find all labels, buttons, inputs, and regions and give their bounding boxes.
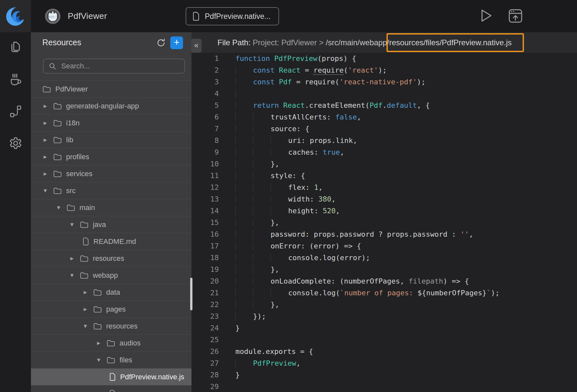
tree-item-resources[interactable]: ▶resources [31, 250, 191, 267]
tree-item-label: PdfPreview.native.js [120, 373, 184, 381]
top-bar: PdfViewer PdfPreview.native... [0, 0, 577, 32]
tree-item-generated-angular-app[interactable]: ▶generated-angular-app [31, 98, 191, 115]
code-line-text: const React = require('react'); [235, 64, 387, 76]
folder-icon [53, 153, 62, 161]
chevron-right-icon[interactable]: ▶ [42, 104, 48, 108]
tree-item-lib[interactable]: ▶lib [31, 132, 191, 148]
tree-item-profiles[interactable]: ▶profiles [31, 148, 191, 165]
line-number: 3 [191, 76, 219, 88]
tree-item-main[interactable]: ▼main [31, 199, 191, 216]
chevron-down-icon[interactable]: ▼ [42, 188, 48, 193]
code-line: 21 console.log(`number of pages: ${numbe… [191, 287, 577, 299]
code-line-text: style: { [235, 170, 305, 182]
tree-item-label: src [66, 187, 76, 195]
tree-item-readme-md[interactable]: README.md [31, 233, 191, 250]
coffee-icon[interactable] [8, 72, 23, 87]
folder-icon [53, 187, 62, 194]
chevron-down-icon[interactable]: ▼ [56, 205, 62, 210]
tree-item-data[interactable]: ▶data [31, 284, 191, 301]
chevron-down-icon[interactable]: ▼ [82, 324, 88, 329]
folder-icon [53, 136, 62, 144]
project-identity: PdfViewer [45, 0, 107, 32]
line-number: 21 [191, 287, 219, 299]
tree-item-label: README.md [93, 237, 136, 246]
search-box[interactable] [43, 59, 185, 74]
chevron-right-icon[interactable]: ▶ [42, 120, 48, 125]
chevron-right-icon[interactable]: ▶ [82, 290, 88, 295]
publish-button[interactable] [508, 9, 523, 23]
file-path-label: File Path: [218, 38, 253, 47]
search-input[interactable] [61, 62, 179, 71]
file-icon [109, 373, 116, 381]
tree-item-resources[interactable]: ▼resources [31, 318, 191, 335]
line-number: 28 [191, 369, 219, 381]
chevron-right-icon[interactable]: ▶ [69, 256, 75, 261]
code-area[interactable]: 1function PdfPreview(props) {2 const Rea… [191, 53, 577, 392]
documents-icon[interactable] [8, 40, 23, 55]
run-button[interactable] [480, 8, 493, 23]
open-file-tab-label: PdfPreview.native... [205, 12, 271, 21]
tree-item-label: files [120, 356, 132, 364]
resources-header: Resources + [31, 32, 191, 53]
code-line: 17 onError: (error) => { [191, 240, 577, 252]
chevron-down-icon[interactable]: ▼ [96, 357, 102, 362]
code-line-text: height: 520, [235, 205, 340, 217]
code-line-text: module.exports = { [235, 346, 313, 357]
code-line-text: } [235, 322, 240, 334]
code-line: 25 [191, 334, 577, 346]
folder-icon [53, 119, 62, 127]
tree-item[interactable] [31, 385, 191, 392]
tree-item-label: audios [120, 339, 141, 347]
line-number: 6 [191, 111, 219, 123]
ide-logo[interactable] [0, 0, 31, 32]
code-line: 26module.exports = { [191, 346, 577, 357]
line-number: 26 [191, 346, 219, 357]
folder-icon [80, 272, 89, 279]
tree-item-audios[interactable]: ▶audios [31, 335, 191, 352]
tree-item-webapp[interactable]: ▼webapp [31, 267, 191, 284]
refresh-button[interactable] [156, 37, 166, 48]
open-file-tab[interactable]: PdfPreview.native... [186, 7, 279, 25]
file-tree: PdfViewer▶generated-angular-app▶i18n▶lib… [31, 80, 191, 392]
code-line-text: source: { [235, 123, 309, 135]
line-number: 29 [191, 381, 219, 392]
chevron-right-icon[interactable]: ▶ [42, 154, 48, 159]
chevron-down-icon[interactable]: ▼ [69, 222, 75, 227]
line-number: 5 [191, 100, 219, 111]
play-icon [480, 8, 493, 23]
add-resource-button[interactable]: + [170, 36, 183, 49]
folder-icon [53, 102, 62, 110]
code-line-text: flex: 1, [235, 182, 323, 193]
code-line: 29 [191, 381, 577, 392]
tree-item-i18n[interactable]: ▶i18n [31, 115, 191, 132]
tree-item-label: resources [106, 322, 138, 330]
tree-item-src[interactable]: ▼src [31, 182, 191, 199]
line-number: 16 [191, 229, 219, 240]
tree-item-label: PdfViewer [55, 85, 88, 93]
chevron-right-icon[interactable]: ▶ [96, 341, 102, 345]
workflow-icon[interactable] [8, 104, 23, 119]
tree-item-pages[interactable]: ▶pages [31, 301, 191, 318]
tree-item-label: data [106, 288, 120, 297]
search-icon [49, 62, 56, 70]
tree-item-services[interactable]: ▶services [31, 165, 191, 182]
line-number: 4 [191, 88, 219, 100]
tree-item-pdfviewer[interactable]: PdfViewer [31, 81, 191, 98]
code-line-text: }, [235, 158, 279, 170]
tree-item-java[interactable]: ▼java [31, 216, 191, 233]
code-line: 13 width: 380, [191, 193, 577, 205]
tree-item-files[interactable]: ▼files [31, 352, 191, 369]
chevron-right-icon[interactable]: ▶ [42, 171, 48, 176]
line-number: 11 [191, 170, 219, 182]
tree-scrollbar[interactable] [190, 278, 192, 310]
code-line: 7 source: { [191, 123, 577, 135]
settings-gear-icon[interactable] [8, 136, 23, 151]
line-number: 9 [191, 147, 219, 158]
tree-item-pdfpreview-native-js[interactable]: PdfPreview.native.js [31, 369, 191, 385]
chevron-right-icon[interactable]: ▶ [42, 137, 48, 142]
code-line: 9 caches: true, [191, 147, 577, 158]
chevron-right-icon[interactable]: ▶ [82, 307, 88, 312]
code-line: 19 }, [191, 264, 577, 275]
chevron-down-icon[interactable]: ▼ [69, 273, 75, 278]
collapse-panel-button[interactable]: « [191, 39, 202, 53]
